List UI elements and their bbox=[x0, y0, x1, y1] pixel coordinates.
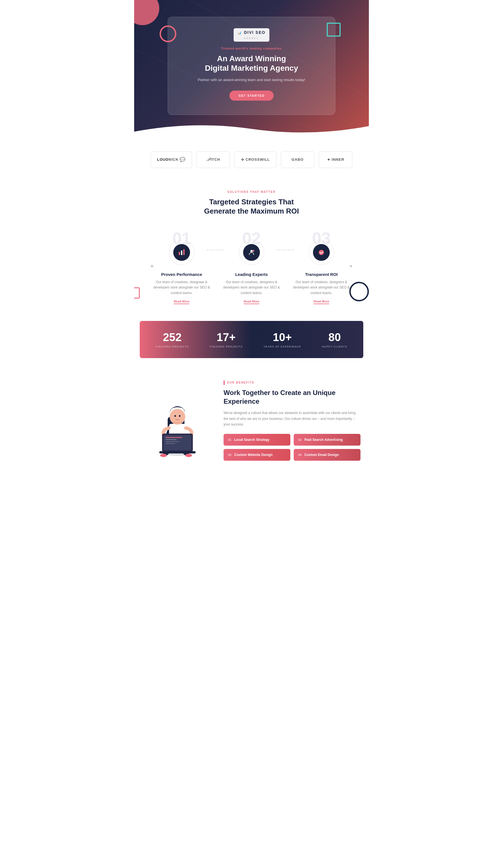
svg-point-8 bbox=[319, 250, 324, 255]
feature-card-2: 02 Leading Experts Our team of creatives… bbox=[221, 233, 282, 304]
svg-point-22 bbox=[170, 409, 185, 425]
benefit-label-2: Paid Search Advertising bbox=[304, 438, 343, 442]
feature-desc-3: Our team of creatives, designers & devel… bbox=[291, 280, 352, 296]
feature-desc-1: Our team of creatives, designers & devel… bbox=[151, 280, 212, 296]
svg-rect-18 bbox=[166, 439, 177, 440]
svg-point-6 bbox=[250, 250, 253, 252]
bar-chart-icon bbox=[178, 249, 186, 256]
benefit-label-4: Custom Email Design bbox=[304, 453, 339, 457]
benefit-number-2: 02 bbox=[298, 438, 302, 442]
stat-label-1: FINISHED PROJECTS bbox=[156, 345, 189, 348]
svg-point-12 bbox=[160, 454, 167, 457]
logo-icon: 📊 bbox=[238, 31, 244, 34]
feature-desc-2: Our team of creatives, designers & devel… bbox=[221, 280, 282, 296]
stat-number-1: 252 bbox=[156, 331, 189, 343]
solutions-eyebrow: SOLUTIONS THAT MATTER bbox=[145, 190, 358, 194]
benefit-item-1[interactable]: 01 Local Search Strategy bbox=[223, 434, 290, 446]
benefit-item-3[interactable]: 03 Custom Website Design bbox=[223, 449, 290, 461]
stat-number-2: 17+ bbox=[210, 331, 243, 343]
benefit-item-2[interactable]: 02 Paid Search Advertising bbox=[294, 434, 360, 446]
features-grid: 01 Proven Performance Our team of creati… bbox=[134, 233, 369, 315]
hero-card-circle-decoration bbox=[159, 25, 176, 42]
stat-label-3: YEARS OF EXPERIENCE bbox=[263, 345, 301, 348]
svg-point-23 bbox=[174, 415, 176, 417]
svg-rect-20 bbox=[166, 443, 175, 444]
logo-text: DIVI SEO bbox=[244, 30, 265, 35]
hero-wave-svg bbox=[134, 121, 369, 137]
solutions-section: SOLUTIONS THAT MATTER Targeted Strategie… bbox=[134, 176, 369, 233]
benefit-label-3: Custom Website Design bbox=[234, 453, 272, 457]
feature-title-1: Proven Performance bbox=[151, 272, 212, 277]
feature-icon-inner-3 bbox=[313, 244, 330, 261]
stat-label-2: FINISHED PROJECTS bbox=[210, 345, 243, 348]
user-gear-icon bbox=[248, 249, 255, 256]
feature-icon-inner-2 bbox=[243, 244, 260, 261]
svg-rect-17 bbox=[166, 437, 182, 438]
feature-read-more-1[interactable]: Read More bbox=[174, 300, 189, 304]
deco-dot-right bbox=[350, 265, 352, 267]
stat-number-3: 10+ bbox=[263, 331, 301, 343]
benefits-illustration bbox=[143, 381, 212, 459]
brands-section: LOUDNICK 💬 𝒫ITCH ✛CROSSWILL GABO ✦INNER bbox=[134, 137, 369, 176]
feature-card-1: 01 Proven Performance Our team of creati… bbox=[151, 233, 212, 304]
feature-icon-wrap-2 bbox=[238, 238, 265, 266]
stat-item-4: 80 HAPPY CLIENTS bbox=[322, 331, 347, 348]
stat-item-2: 17+ FINISHED PROJECTS bbox=[210, 331, 243, 348]
stat-label-4: HAPPY CLIENTS bbox=[322, 345, 347, 348]
svg-rect-21 bbox=[159, 451, 196, 453]
stat-item-1: 252 FINISHED PROJECTS bbox=[156, 331, 189, 348]
svg-rect-19 bbox=[166, 441, 179, 442]
brand-logo-gabo[interactable]: GABO bbox=[281, 151, 314, 168]
feature-read-more-3[interactable]: Read More bbox=[314, 300, 329, 304]
deco-dot-left bbox=[151, 265, 153, 267]
hero-trusted-text: Trusted world's leading companies bbox=[182, 47, 321, 50]
feature-icon-wrap-3 bbox=[307, 238, 335, 266]
benefits-eyebrow-text: OUR BENEFITS bbox=[227, 381, 254, 384]
brand-logo-crosswill[interactable]: ✛CROSSWILL bbox=[234, 151, 276, 168]
benefits-section: OUR BENEFITS Work Together to Create an … bbox=[134, 364, 369, 478]
benefits-title-line1: Work Together to Create an Unique bbox=[223, 389, 336, 396]
benefits-eyebrow: OUR BENEFITS bbox=[223, 381, 360, 385]
deco-square-left bbox=[134, 287, 140, 299]
feature-read-more-2[interactable]: Read More bbox=[244, 300, 259, 304]
hero-card-square-decoration bbox=[327, 23, 340, 37]
feature-icon-wrap-1 bbox=[168, 238, 196, 266]
feature-card-3: 03 Transparent ROI Our team of creatives… bbox=[291, 233, 352, 304]
benefits-content: OUR BENEFITS Work Together to Create an … bbox=[223, 381, 360, 461]
benefit-label-1: Local Search Strategy bbox=[234, 438, 269, 442]
stats-section: 252 FINISHED PROJECTS 17+ FINISHED PROJE… bbox=[140, 321, 363, 358]
stat-item-3: 10+ YEARS OF EXPERIENCE bbox=[263, 331, 301, 348]
svg-rect-5 bbox=[183, 249, 185, 255]
benefit-item-4[interactable]: 04 Custom Email Design bbox=[294, 449, 360, 461]
benefit-number-4: 04 bbox=[298, 453, 302, 456]
solutions-title: Targeted Strategies That Generate the Ma… bbox=[145, 197, 358, 216]
brand-logo-loudnick[interactable]: LOUDNICK 💬 bbox=[150, 151, 192, 168]
deco-dot-mid bbox=[201, 282, 203, 283]
benefits-title: Work Together to Create an Unique Experi… bbox=[223, 388, 360, 406]
stat-number-4: 80 bbox=[322, 331, 347, 343]
svg-point-13 bbox=[185, 454, 192, 457]
svg-rect-3 bbox=[179, 252, 180, 255]
hero-logo: 📊 DIVI SEO AGENCY bbox=[182, 28, 321, 42]
solutions-title-line1: Targeted Strategies That bbox=[209, 198, 294, 206]
deco-circle-right bbox=[349, 282, 369, 301]
feature-icon-inner-1 bbox=[173, 244, 190, 261]
brand-logo-pitch[interactable]: 𝒫ITCH bbox=[197, 151, 230, 168]
svg-rect-4 bbox=[181, 250, 182, 255]
benefits-grid: 01 Local Search Strategy 02 Paid Search … bbox=[223, 434, 360, 461]
person-working-illustration bbox=[145, 381, 210, 459]
feature-title-3: Transparent ROI bbox=[291, 272, 352, 277]
brand-logo-inner[interactable]: ✦INNER bbox=[319, 151, 353, 168]
hero-subtitle: Partner with an award-winning team and s… bbox=[182, 77, 321, 83]
get-started-button[interactable]: GET STARTED bbox=[229, 91, 273, 101]
hero-section: 📊 DIVI SEO AGENCY Trusted world's leadin… bbox=[134, 0, 369, 137]
page-wrapper: 📊 DIVI SEO AGENCY Trusted world's leadin… bbox=[134, 0, 369, 477]
checkmark-icon bbox=[317, 249, 325, 256]
feature-title-2: Leading Experts bbox=[221, 272, 282, 277]
solutions-title-line2: Generate the Maximum ROI bbox=[204, 207, 299, 215]
benefit-number-1: 01 bbox=[228, 438, 231, 442]
hero-card: 📊 DIVI SEO AGENCY Trusted world's leadin… bbox=[168, 17, 335, 115]
benefit-number-3: 03 bbox=[228, 453, 231, 456]
hero-title-line2: Digital Marketing Agency bbox=[205, 64, 298, 72]
svg-point-24 bbox=[179, 415, 180, 417]
